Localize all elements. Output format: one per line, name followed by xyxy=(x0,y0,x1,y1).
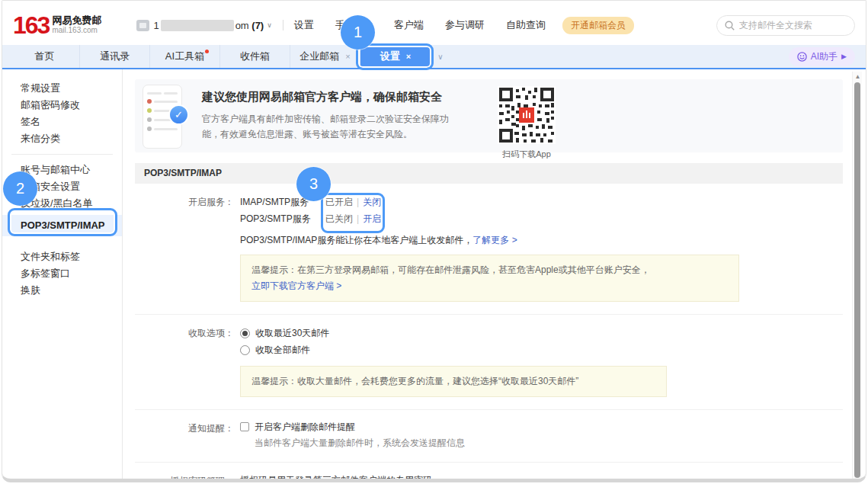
pop3-smtp-status: 已关闭 xyxy=(325,210,353,227)
account-redacted-email xyxy=(161,20,234,31)
mail-window: 163 网易免费邮 mail.163.com 1 om (7) ∨ 设置 手机A… xyxy=(2,0,866,482)
sidebar-item-skin[interactable]: 换肤 xyxy=(2,282,122,299)
radio-all-mail[interactable]: 收取全部邮件 xyxy=(240,341,667,358)
scroll-up-arrow-icon[interactable]: ▲ xyxy=(853,73,863,80)
auth-password-row: 授权密码管理： 授权码是用于登录第三方邮件客户端的专用密码。 适用于登录以下服务… xyxy=(135,473,843,482)
step-2-marker: 2 xyxy=(3,171,37,206)
radio-unselected-icon[interactable] xyxy=(240,345,250,355)
header-divider xyxy=(283,20,283,30)
checkbox-unchecked-icon[interactable] xyxy=(240,422,249,431)
sidebar-item-password-change[interactable]: 邮箱密码修改 xyxy=(2,97,122,114)
sidebar-item-signature[interactable]: 签名 xyxy=(2,114,122,130)
imap-smtp-status: 已开启 xyxy=(325,194,353,210)
learn-more-link[interactable]: 了解更多 > xyxy=(472,235,517,245)
delete-reminder-checkbox-row[interactable]: 开启客户端删除邮件提醒 xyxy=(240,420,465,434)
member-badge-icon xyxy=(136,20,149,31)
warning-text: 温馨提示：在第三方登录网易邮箱，可能存在邮件泄露风险，甚至危害Apple或其他平… xyxy=(251,264,650,275)
tab-settings[interactable]: 设置 × xyxy=(360,45,431,68)
third-party-warning-box: 温馨提示：在第三方登录网易邮箱，可能存在邮件泄露风险，甚至危害Apple或其他平… xyxy=(240,255,739,302)
fetch-tip-box: 温馨提示：收取大量邮件，会耗费您更多的流量，建议您选择“收取最近30天邮件” xyxy=(240,366,667,397)
notify-row: 通知提醒： 开启客户端删除邮件提醒 当邮件客户端大量删除邮件时，系统会发送提醒信… xyxy=(135,420,843,450)
step-3-marker: 3 xyxy=(296,167,331,201)
account-switcher[interactable]: 1 om (7) ∨ xyxy=(136,20,271,31)
status-separator: | xyxy=(357,194,359,210)
service-description: POP3/SMTP/IMAP服务能让你在本地客户端上收发邮件， xyxy=(240,235,472,245)
account-unread-count: (7) xyxy=(251,20,264,31)
member-upgrade-badge[interactable]: 开通邮箱会员 xyxy=(562,17,634,34)
notification-dot-icon xyxy=(205,50,209,53)
close-icon[interactable]: × xyxy=(345,52,350,61)
nav-survey[interactable]: 参与调研 xyxy=(445,18,485,32)
nav-self-query[interactable]: 自助查询 xyxy=(506,18,546,32)
section-divider xyxy=(135,462,843,463)
sidebar-item-general-settings[interactable]: 常规设置 xyxy=(2,80,122,97)
top-header: 163 网易免费邮 mail.163.com 1 om (7) ∨ 设置 手机A… xyxy=(2,1,866,45)
section-title-pop3-smtp-imap: POP3/SMTP/IMAP xyxy=(135,163,843,184)
chevron-down-icon: ∨ xyxy=(267,21,272,29)
nav-client[interactable]: 客户端 xyxy=(394,18,424,32)
auth-desc-line1: 授权码是用于登录第三方邮件客户端的专用密码。 xyxy=(240,473,649,482)
pop3-smtp-open-link[interactable]: 开启 xyxy=(363,210,381,227)
logo-product-name: 网易免费邮 xyxy=(52,15,101,26)
smiley-icon xyxy=(797,52,807,62)
vertical-scrollbar[interactable]: ▲ xyxy=(852,72,862,480)
notify-label: 通知提醒： xyxy=(135,420,234,450)
tab-enterprise-mail[interactable]: 企业邮箱 × xyxy=(290,45,360,68)
sidebar-item-multitab-window[interactable]: 多标签窗口 xyxy=(2,265,122,282)
header-nav: 设置 手机App 客户端 参与调研 自助查询 xyxy=(294,18,546,32)
chevron-right-icon: ▶ xyxy=(841,53,847,60)
logo-domain: mail.163.com xyxy=(52,26,101,35)
sidebar-divider xyxy=(11,154,113,155)
tab-overflow-chevron-icon[interactable]: ∨ xyxy=(431,45,450,68)
nav-settings[interactable]: 设置 xyxy=(294,18,314,32)
checkbox-label: 开启客户端删除邮件提醒 xyxy=(255,421,355,434)
settings-main-panel: ✓ 建议您使用网易邮箱官方客户端，确保邮箱安全 官方客户端具有邮件加密传输、邮箱… xyxy=(123,69,866,482)
fetch-tip-text: 温馨提示：收取大量邮件，会耗费您更多的流量，建议您选择“收取最近30天邮件” xyxy=(251,376,578,386)
tab-inbox[interactable]: 收件箱 xyxy=(220,45,290,68)
settings-sidebar: 常规设置 邮箱密码修改 签名 来信分类 账号与邮箱中心 邮箱安全设置 反垃圾/黑… xyxy=(2,69,123,482)
close-icon[interactable]: × xyxy=(406,52,411,61)
account-prefix: 1 xyxy=(153,20,159,31)
search-icon xyxy=(725,21,735,30)
service-toggle-row: 开启服务： IMAP/SMTP服务 已开启 | 关闭 POP3/SMTP服务 已… xyxy=(135,194,843,302)
official-client-banner: ✓ 建议您使用网易邮箱官方客户端，确保邮箱安全 官方客户端具有邮件加密传输、邮箱… xyxy=(135,79,843,152)
tab-contacts[interactable]: 通讯录 xyxy=(80,45,150,68)
scrollbar-thumb[interactable] xyxy=(854,82,860,478)
mail-search-box[interactable] xyxy=(716,15,855,36)
status-separator: | xyxy=(357,210,359,227)
fetch-options-label: 收取选项： xyxy=(135,325,234,397)
checkbox-description: 当邮件客户端大量删除邮件时，系统会发送提醒信息 xyxy=(255,436,465,450)
download-app-qr-code xyxy=(498,86,556,144)
shield-check-icon: ✓ xyxy=(168,104,189,125)
auth-password-label: 授权密码管理： xyxy=(135,473,234,482)
account-suffix: om xyxy=(235,20,249,31)
section-divider xyxy=(135,314,843,315)
sidebar-item-folders-tags[interactable]: 文件夹和标签 xyxy=(2,248,122,265)
pop3-smtp-service-row: POP3/SMTP服务 已关闭 | 开启 xyxy=(240,210,739,227)
ai-assistant-button[interactable]: AI助手 ▶ xyxy=(789,47,855,66)
sidebar-item-incoming-classification[interactable]: 来信分类 xyxy=(2,130,122,147)
pop3-smtp-service-name: POP3/SMTP服务 xyxy=(240,210,325,227)
section-divider xyxy=(135,409,843,410)
tab-ai-toolbox[interactable]: AI工具箱 xyxy=(150,45,220,68)
qr-caption: 扫码下载App xyxy=(497,149,556,160)
download-client-link[interactable]: 立即下载官方客户端 > xyxy=(251,280,341,291)
radio-selected-icon[interactable] xyxy=(240,328,250,338)
logo-163-text: 163 xyxy=(13,14,49,37)
163-logo[interactable]: 163 网易免费邮 mail.163.com xyxy=(13,14,101,37)
tab-strip: 首页 通讯录 AI工具箱 收件箱 企业邮箱 × 设置 × ∨ xyxy=(2,45,866,69)
step-1-marker: 1 xyxy=(341,15,375,50)
sidebar-item-pop3-smtp-imap[interactable]: POP3/SMTP/IMAP xyxy=(2,215,122,236)
tab-home[interactable]: 首页 xyxy=(10,45,80,68)
search-input[interactable] xyxy=(739,20,847,30)
radio-recent-30-days[interactable]: 收取最近30天邮件 xyxy=(240,325,667,341)
fetch-options-row: 收取选项： 收取最近30天邮件 收取全部邮件 温馨提示：收取大量邮件，会耗费您更… xyxy=(135,325,843,397)
service-label: 开启服务： xyxy=(135,194,234,302)
imap-smtp-close-link[interactable]: 关闭 xyxy=(363,194,381,210)
